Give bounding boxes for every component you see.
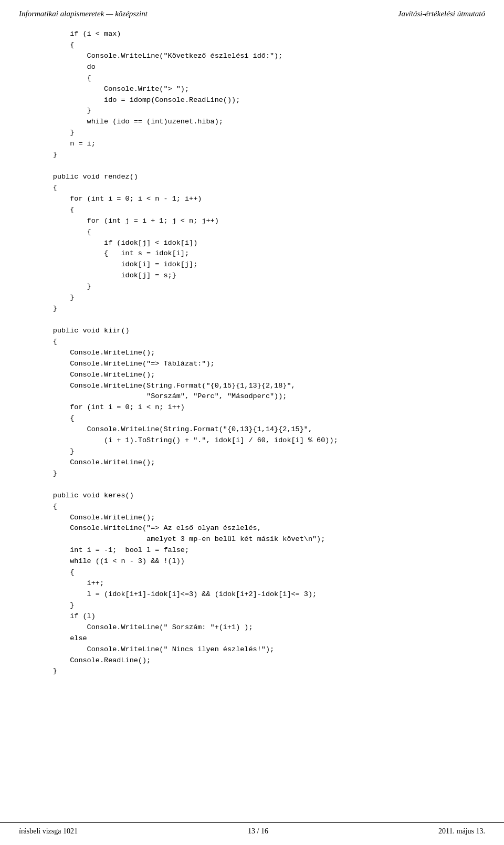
footer-center: 13 / 16 [248,827,268,836]
footer-right: 2011. május 13. [438,827,485,836]
code-container: if (i < max) { Console.WriteLine("Követk… [0,24,504,687]
header-left: Informatikai alapismeretek — középszint [19,9,148,18]
page-header: Informatikai alapismeretek — középszint … [0,0,504,24]
footer-left: írásbeli vizsga 1021 [19,827,78,836]
header-right: Javítási-értékelési útmutató [398,9,485,18]
page-footer: írásbeli vizsga 1021 13 / 16 2011. május… [0,822,504,836]
code-block: if (i < max) { Console.WriteLine("Követk… [19,29,485,677]
